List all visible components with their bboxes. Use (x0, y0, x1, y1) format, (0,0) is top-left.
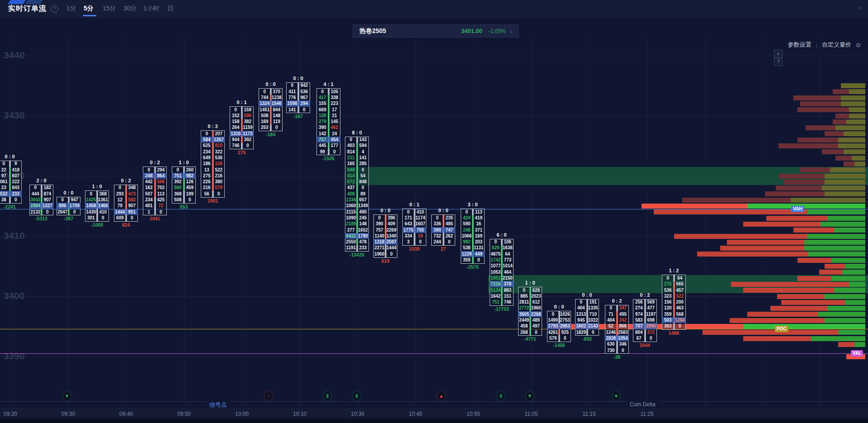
bid-volume: 1060 (345, 203, 357, 209)
footprint-candle[interactable]: 1 : 00368142513611458146614304103010-100… (85, 184, 109, 229)
profile-bid-bar (819, 270, 842, 275)
bid-volume: 1324 (259, 100, 271, 106)
signal-down-arrow-icon[interactable]: ▼ (63, 392, 71, 400)
bid-volume: 896 (57, 203, 69, 209)
ask-volume: 810 (213, 143, 225, 148)
signal-down-arrow-icon[interactable]: ▼ (526, 392, 533, 400)
price-row: 583698 (633, 317, 657, 323)
price-row: 275216 (201, 173, 225, 179)
price-row: 6431607 (402, 221, 426, 227)
signal-up-arrow-icon[interactable]: ↑ (265, 392, 272, 400)
bid-volume: 590 (461, 221, 473, 227)
bid-volume: 226 (201, 179, 213, 185)
candle-ratio-header: 0 : 0 (57, 190, 80, 195)
profile-ask-bar (791, 198, 865, 203)
footprint-candle[interactable]: 6 : 001066291638487564174277310771014105… (490, 232, 514, 314)
profile-bid-bar (797, 107, 849, 112)
footprint-candle[interactable]: 0 : 003707441238132415461451844508148169… (259, 81, 283, 139)
bid-volume: 141 (286, 107, 298, 113)
footprint-candle[interactable]: 0 : 00235336485390747732262244027 (431, 208, 455, 253)
ask-volume: 907 (42, 197, 54, 203)
price-row: 5790 (547, 335, 571, 341)
footprint-candle[interactable]: 2 : 0018244487430439072984132721320-5313 (29, 178, 53, 223)
profile-ask-bar (841, 101, 865, 106)
price-row: 1642151 (490, 293, 514, 299)
footprint-candle[interactable]: 3 : 001134244195901624837110661699922035… (461, 202, 485, 271)
bid-volume: 279 (316, 119, 329, 124)
footprint-candle[interactable]: 1 : 002607519823921265604593681995080553 (172, 160, 196, 211)
bid-volume: 277 (345, 227, 357, 233)
profile-bid-bar (776, 185, 822, 190)
price-row: 0628 (518, 287, 542, 293)
footprint-candle[interactable]: 1 : 006288852023281161227721960360522682… (518, 280, 542, 343)
bid-volume: 732 (431, 233, 443, 239)
candle-delta-footer: -17703 (485, 306, 518, 312)
footprint-candle[interactable]: 0 : 00947896170920470-287 (57, 190, 80, 223)
ask-volume: 1361 (97, 197, 109, 203)
footprint-candle[interactable]: 0 : 0094241153677696715982941410-187 (286, 76, 310, 121)
order-flow-chart[interactable]: 344034303420341034003390VAHPOCVAL0 : 009… (0, 0, 868, 423)
price-row: 0410 (402, 209, 426, 215)
footprint-candle[interactable]: 0 : 203477149540424252866124625832838105… (605, 298, 629, 361)
ask-volume: 148 (271, 113, 283, 119)
signal-spiral-icon[interactable]: § (497, 392, 505, 400)
signal-spiral-icon[interactable]: § (353, 392, 360, 400)
profile-ask-bar (838, 143, 865, 148)
bid-volume: 1642 (490, 293, 502, 299)
ask-volume: 294 (155, 167, 167, 173)
profile-bid-bar (682, 198, 791, 203)
price-row: 27932963 (547, 323, 571, 329)
footprint-candle[interactable]: 0 : 104101711174643160717757553341930103… (402, 202, 426, 253)
time-axis-label: 10:10 (293, 411, 307, 417)
ask-volume: 947 (69, 197, 81, 203)
price-row: 0105 (316, 89, 340, 95)
bid-volume: 13 (201, 167, 213, 173)
footprint-candle[interactable]: 0 : 302075841267625810234322649536186126… (201, 124, 225, 205)
footprint-candle[interactable]: 0 : 202942488644425661627025071132344254… (143, 160, 167, 223)
ask-volume: 262 (443, 233, 456, 239)
profile-bid-bar (743, 222, 821, 227)
signal-down-arrow-icon[interactable]: ▼ (613, 392, 620, 400)
price-row: 0106 (490, 239, 514, 245)
signal-points-label[interactable]: 信号点 (206, 401, 231, 409)
price-row: 0113 (461, 209, 485, 215)
signal-up-arrow-icon[interactable]: ▲ (438, 392, 445, 400)
ask-volume: 126 (213, 161, 225, 166)
candle-ratio-header: 0 : 0 (0, 154, 22, 159)
footprint-candle[interactable]: 0 : 001026149027532793296342619255790-14… (547, 304, 571, 350)
ask-volume: 0 (42, 209, 54, 215)
price-row: 27721960 (518, 305, 542, 311)
bid-volume: 158 (230, 119, 242, 124)
ask-volume: 151 (502, 293, 514, 299)
price-row: 10771014 (490, 263, 514, 269)
price-row: 1191233 (345, 245, 369, 251)
footprint-candle[interactable]: 0 : 101591525901583822641159131611739443… (230, 100, 254, 157)
footprint-candle[interactable]: 0 : 001914041335131371094510221602214318… (575, 292, 599, 344)
price-row: 442566 (143, 179, 167, 185)
price-row: 19600 (373, 251, 397, 257)
bid-volume: 1444 (114, 209, 126, 215)
footprint-candle[interactable]: 1 : 206427556553645732352215620012046335… (662, 268, 686, 337)
footprint-candle[interactable]: 4 : 101054173381552236691713921279145390… (316, 81, 340, 163)
bid-volume: 268 (518, 329, 530, 335)
bid-volume: 248 (461, 227, 473, 233)
candle-delta-footer: -13420 (340, 252, 373, 257)
ask-volume: 242 (617, 317, 629, 323)
candle-ratio-header: 1 : 0 (85, 184, 109, 189)
price-row: 33419 (402, 233, 426, 239)
footprint-candle[interactable]: 8 : 001434035948144211141165285948041454… (345, 130, 369, 260)
bid-volume: 390 (373, 221, 386, 227)
ask-volume: 233 (357, 245, 369, 251)
ask-volume: 773 (502, 257, 514, 263)
ask-volume: 522 (674, 293, 686, 299)
ask-volume: 698 (645, 317, 657, 323)
footprint-candle[interactable]: 0 : 009224189760706122223843532233380-22… (0, 154, 22, 211)
bid-volume: 629 (490, 245, 502, 251)
footprint-candle[interactable]: 0 : 225656927447797411975836987072996804… (633, 292, 657, 350)
footprint-candle[interactable]: 0 : 20348293473125827990714449516090824 (114, 178, 138, 229)
footprint-candle[interactable]: 0 : 003963904097572269114013401318259722… (373, 208, 397, 265)
profile-bid-bar (730, 318, 825, 323)
price-row: 8852023 (518, 293, 542, 299)
signal-spiral-icon[interactable]: § (324, 392, 331, 400)
profile-ask-bar (821, 222, 865, 227)
